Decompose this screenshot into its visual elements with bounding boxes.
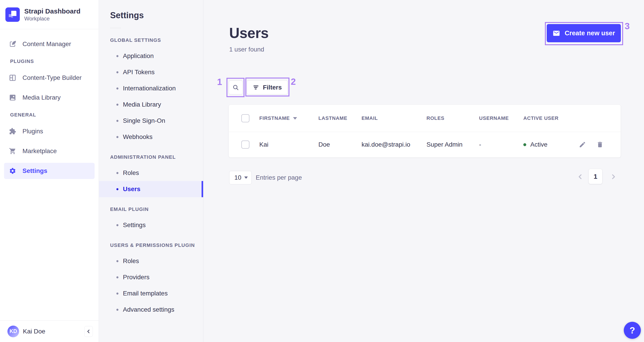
collapse-sidebar-button[interactable] [84,326,93,337]
column-header-email[interactable]: EMAIL [362,115,426,121]
subnav-section-label: EMAIL PLUGIN [110,206,203,212]
next-page-button[interactable] [610,173,617,180]
subnav-item-internationalization[interactable]: Internationalization [99,80,203,97]
subnav-item-label: Settings [123,221,146,229]
subnav-item-providers[interactable]: Providers [99,269,203,285]
users-table: FIRSTNAME LASTNAME EMAIL ROLES USERNAME … [229,105,621,157]
subnav-item-admin-roles[interactable]: Roles [99,165,203,181]
chevron-down-icon [244,177,248,179]
subnav-item-up-roles[interactable]: Roles [99,253,203,269]
column-header-label: USERNAME [479,115,509,121]
cell-active-status: Active [523,141,579,148]
column-header-label: ACTIVE USER [523,115,558,121]
subnav-item-label: Application [123,52,154,60]
bullet-icon [116,104,118,106]
create-new-user-label: Create new user [565,30,615,37]
sidebar-item-label: Marketplace [22,148,57,155]
page-size-value: 10 [234,174,241,181]
subnav-item-admin-users[interactable]: Users [99,181,203,197]
sidebar-item-label: Content Manager [22,41,71,48]
settings-subnav: Settings GLOBAL SETTINGS Application API… [99,0,203,342]
sidebar-item-settings[interactable]: Settings [4,163,94,179]
bullet-icon [116,71,118,73]
subnav-section-email-plugin: EMAIL PLUGIN Settings [99,206,203,233]
help-button[interactable]: ? [624,322,641,339]
sidebar-section-general: GENERAL [10,112,99,118]
bullet-icon [116,172,118,174]
subnav-item-email-templates[interactable]: Email templates [99,285,203,301]
filters-label: Filters [263,84,282,91]
subnav-item-api-tokens[interactable]: API Tokens [99,64,203,80]
subnav-item-single-sign-on[interactable]: Single Sign-On [99,113,203,129]
subnav-item-label: Webhooks [123,133,152,141]
edit-user-button[interactable] [579,141,586,148]
delete-user-button[interactable] [596,141,604,148]
column-header-label: FIRSTNAME [259,115,290,121]
column-header-username[interactable]: USERNAME [479,115,523,121]
main-sidebar: Strapi Dashboard Workplace Content Manag… [0,0,99,342]
create-new-user-button[interactable]: Create new user [547,24,621,42]
bullet-icon [116,224,118,226]
bullet-icon [116,88,118,90]
entries-per-page-select[interactable]: 10 [229,171,252,184]
subnav-item-media-library[interactable]: Media Library [99,97,203,113]
subnav-item-label: Providers [123,274,150,281]
subnav-section-label: GLOBAL SETTINGS [110,37,203,43]
sidebar-item-media-library[interactable]: Media Library [4,90,94,106]
subnav-section-label: USERS & PERMISSIONS PLUGIN [110,242,203,248]
column-header-roles[interactable]: ROLES [426,115,479,121]
bullet-icon [116,136,118,138]
workplace-label: Workplace [24,15,80,22]
content-manager-icon [9,41,16,48]
table-header-row: FIRSTNAME LASTNAME EMAIL ROLES USERNAME … [229,105,621,132]
bullet-icon [116,260,118,262]
sidebar-item-content-type-builder[interactable]: Content-Type Builder [4,70,94,86]
subnav-title: Settings [110,11,203,20]
entries-per-page-label: Entries per page [256,174,302,181]
subnav-section-label: ADMINISTRATION PANEL [110,154,203,160]
filters-button[interactable]: Filters [247,80,288,94]
brand-text: Strapi Dashboard Workplace [24,7,80,22]
column-header-lastname[interactable]: LASTNAME [318,115,362,121]
sidebar-item-plugins[interactable]: Plugins [4,123,94,139]
subnav-section-administration-panel: ADMINISTRATION PANEL Roles Users [99,154,203,197]
subnav-item-webhooks[interactable]: Webhooks [99,129,203,145]
subnav-item-label: Media Library [123,101,161,108]
sidebar-item-content-manager[interactable]: Content Manager [4,36,94,52]
sidebar-user-footer: KD Kai Doe [0,320,99,342]
search-icon [232,84,239,91]
subnav-divider [110,28,121,28]
column-header-active-user[interactable]: ACTIVE USER [523,115,579,121]
table-row[interactable]: Kai Doe kai.doe@strapi.io Super Admin - … [229,132,621,157]
sidebar-item-label: Media Library [22,94,61,101]
chevron-left-icon [86,328,92,334]
cart-icon [9,148,16,155]
row-actions [579,141,621,148]
bullet-icon [116,292,118,294]
subnav-item-advanced-settings[interactable]: Advanced settings [99,301,203,318]
sidebar-item-marketplace[interactable]: Marketplace [4,143,94,159]
previous-page-button[interactable] [576,173,584,180]
cell-roles: Super Admin [426,141,479,148]
subnav-item-label: Roles [123,257,139,265]
brand-header: Strapi Dashboard Workplace [0,0,99,29]
app-title: Strapi Dashboard [24,7,80,16]
select-all-checkbox[interactable] [241,114,250,122]
column-header-firstname[interactable]: FIRSTNAME [259,115,318,121]
column-header-label: ROLES [426,115,444,121]
avatar[interactable]: KD [8,325,19,337]
page-subtitle: 1 user found [229,46,264,53]
main-content: Users 1 user found Create new user Filte… [204,0,644,342]
search-button[interactable] [229,81,243,94]
cell-firstname: Kai [259,141,318,148]
gear-icon [9,167,16,174]
content-type-builder-icon [9,74,16,81]
row-checkbox[interactable] [241,141,250,149]
subnav-item-application[interactable]: Application [99,48,203,64]
subnav-item-email-settings[interactable]: Settings [99,217,203,233]
sort-desc-icon[interactable] [293,117,297,120]
page-number-1[interactable]: 1 [589,169,602,184]
page-title: Users [229,25,268,41]
envelope-icon [552,30,560,37]
sidebar-item-label: Settings [22,167,47,174]
